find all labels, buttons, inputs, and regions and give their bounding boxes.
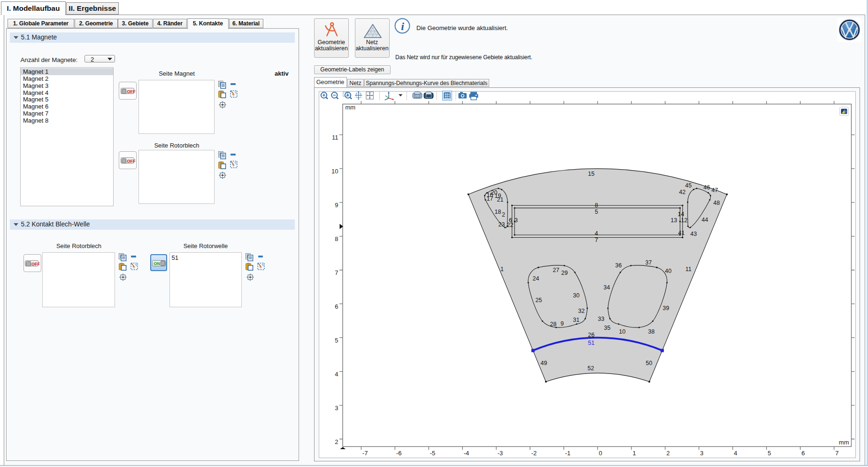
svg-text:25: 25 — [535, 297, 542, 304]
svg-text:-3: -3 — [497, 450, 503, 457]
svg-text:5: 5 — [335, 337, 338, 344]
svg-text:10: 10 — [331, 168, 338, 175]
svg-text:32: 32 — [578, 308, 584, 314]
svg-text:3: 3 — [515, 217, 518, 224]
svg-text:4: 4 — [595, 230, 598, 237]
svg-text:20: 20 — [491, 189, 497, 196]
svg-text:-4: -4 — [463, 450, 469, 457]
svg-text:22: 22 — [507, 222, 513, 228]
svg-text:9: 9 — [335, 202, 338, 209]
svg-text:46: 46 — [703, 184, 710, 191]
svg-text:6: 6 — [801, 450, 805, 457]
svg-text:9: 9 — [561, 320, 564, 327]
svg-text:50: 50 — [645, 360, 652, 366]
svg-text:-7: -7 — [362, 450, 368, 457]
svg-text:29: 29 — [561, 270, 568, 276]
svg-text:40: 40 — [665, 268, 671, 274]
svg-text:6: 6 — [335, 303, 338, 310]
svg-text:4: 4 — [734, 450, 737, 457]
svg-text:38: 38 — [648, 328, 654, 335]
svg-text:41: 41 — [678, 230, 684, 236]
svg-text:3: 3 — [335, 405, 338, 412]
svg-text:42: 42 — [679, 189, 685, 195]
svg-text:-6: -6 — [396, 450, 401, 457]
svg-text:15: 15 — [588, 171, 594, 177]
svg-text:21: 21 — [497, 196, 503, 203]
svg-text:52: 52 — [587, 365, 594, 372]
svg-text:24: 24 — [532, 275, 539, 282]
svg-text:7: 7 — [595, 237, 598, 243]
svg-text:7: 7 — [335, 269, 338, 276]
svg-text:30: 30 — [573, 292, 579, 299]
svg-text:8: 8 — [595, 202, 598, 209]
svg-text:18: 18 — [494, 209, 501, 215]
svg-text:mm: mm — [345, 104, 355, 111]
svg-text:35: 35 — [604, 325, 610, 331]
svg-text:2: 2 — [502, 211, 505, 218]
svg-text:14: 14 — [677, 211, 684, 218]
svg-text:37: 37 — [645, 259, 652, 266]
svg-text:11: 11 — [685, 266, 691, 272]
svg-text:23: 23 — [498, 221, 505, 228]
svg-text:45: 45 — [685, 182, 691, 189]
svg-text:33: 33 — [598, 316, 604, 322]
svg-text:27: 27 — [553, 267, 559, 273]
svg-text:-2: -2 — [531, 450, 537, 457]
svg-text:10: 10 — [619, 328, 625, 335]
svg-text:8: 8 — [335, 235, 338, 242]
svg-text:49: 49 — [540, 360, 547, 366]
svg-text:31: 31 — [573, 317, 579, 323]
svg-text:0: 0 — [599, 450, 602, 457]
svg-text:5: 5 — [595, 209, 598, 215]
svg-text:2: 2 — [335, 438, 338, 445]
svg-text:-5: -5 — [430, 450, 435, 457]
svg-text:mm: mm — [838, 439, 849, 446]
svg-text:47: 47 — [711, 187, 718, 194]
svg-text:7: 7 — [835, 450, 838, 457]
svg-text:43: 43 — [690, 231, 697, 237]
svg-text:-1: -1 — [565, 450, 570, 457]
svg-text:12: 12 — [681, 217, 687, 224]
svg-text:5: 5 — [768, 450, 771, 457]
svg-text:44: 44 — [701, 217, 708, 223]
svg-text:3: 3 — [700, 450, 703, 457]
svg-text:48: 48 — [713, 200, 720, 206]
svg-text:28: 28 — [550, 321, 556, 327]
svg-text:36: 36 — [615, 262, 622, 269]
svg-text:11: 11 — [332, 134, 338, 141]
svg-text:1: 1 — [500, 266, 504, 272]
svg-text:13: 13 — [670, 217, 677, 224]
svg-text:17: 17 — [486, 195, 493, 202]
svg-text:39: 39 — [662, 305, 669, 311]
svg-text:26: 26 — [588, 332, 594, 338]
svg-text:51: 51 — [588, 340, 594, 346]
svg-text:34: 34 — [603, 284, 610, 291]
svg-text:2: 2 — [666, 450, 669, 457]
svg-text:1: 1 — [632, 450, 636, 457]
svg-text:4: 4 — [335, 371, 338, 378]
